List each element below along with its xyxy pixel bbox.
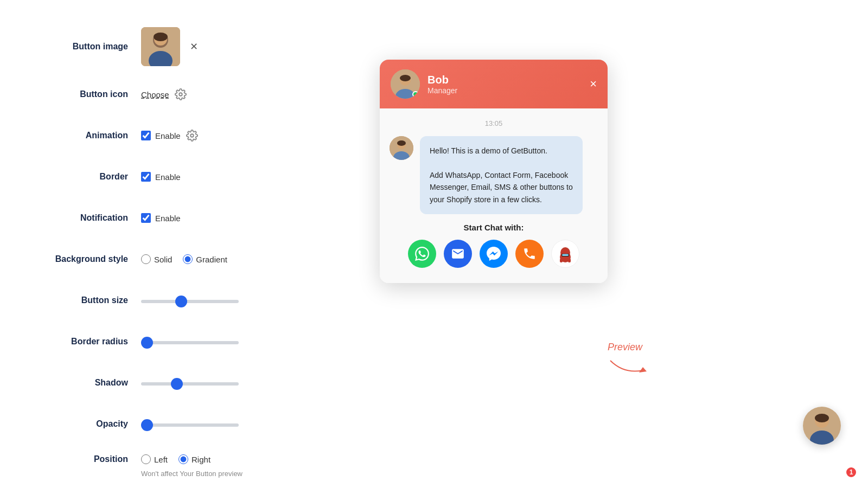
right-radio-wrapper: Right xyxy=(178,454,210,464)
button-icon-gear[interactable] xyxy=(175,88,187,100)
svg-point-4 xyxy=(154,33,168,41)
agent-name: Bob xyxy=(427,74,582,86)
svg-point-14 xyxy=(397,140,406,146)
border-radius-slider-wrapper xyxy=(141,337,239,346)
animation-enable-label: Enable xyxy=(155,131,181,140)
shadow-control xyxy=(141,378,239,388)
position-radio-group: Left Right xyxy=(141,454,210,464)
phone-icon xyxy=(522,247,537,261)
animation-row: Animation Enable xyxy=(22,123,358,149)
right-label: Right xyxy=(192,455,210,464)
button-image-row: Button image ✕ xyxy=(22,27,358,66)
border-radius-label: Border radius xyxy=(22,337,141,346)
animation-checkbox-wrapper: Enable xyxy=(141,131,181,140)
button-size-control xyxy=(141,296,239,305)
preview-arrow-icon xyxy=(608,355,651,377)
left-radio-wrapper: Left xyxy=(141,454,168,464)
chat-header: Bob Manager × xyxy=(380,60,608,108)
choose-icon-link[interactable]: Choose xyxy=(141,90,169,99)
svg-point-10 xyxy=(400,75,411,81)
border-control: Enable xyxy=(141,172,181,182)
shadow-label: Shadow xyxy=(22,378,141,388)
animation-gear[interactable] xyxy=(186,130,198,142)
opacity-slider-wrapper xyxy=(141,419,239,429)
button-size-slider[interactable] xyxy=(141,300,239,303)
chat-agent-avatar xyxy=(391,69,420,99)
game-icon xyxy=(556,244,575,264)
chat-timestamp: 13:05 xyxy=(390,119,598,127)
button-size-label: Button size xyxy=(22,296,141,305)
position-row: Position Left Right Won't affect Your Bu… xyxy=(22,452,358,478)
notification-row: Notification Enable xyxy=(22,205,358,231)
svg-rect-19 xyxy=(560,259,563,262)
left-label: Left xyxy=(154,455,168,464)
whatsapp-button[interactable] xyxy=(408,240,436,268)
opacity-slider[interactable] xyxy=(141,423,239,427)
animation-checkbox[interactable] xyxy=(141,131,151,140)
remove-image-button[interactable]: ✕ xyxy=(190,41,198,53)
opacity-control xyxy=(141,419,239,429)
notification-checkbox[interactable] xyxy=(141,213,151,223)
notification-checkbox-wrapper: Enable xyxy=(141,213,181,223)
notification-count: 1 xyxy=(850,468,853,476)
svg-point-6 xyxy=(190,134,194,137)
button-icon-row: Button icon Choose xyxy=(22,81,358,107)
shadow-row: Shadow xyxy=(22,370,358,396)
email-button[interactable] xyxy=(444,240,472,268)
border-radius-row: Border radius xyxy=(22,329,358,355)
preview-text: Preview xyxy=(608,342,642,352)
button-image-thumb[interactable] xyxy=(141,27,180,66)
chat-bubble: Hello! This is a demo of GetButton. Add … xyxy=(420,136,583,214)
notification-control: Enable xyxy=(141,213,181,223)
right-radio[interactable] xyxy=(178,454,188,464)
messenger-button[interactable] xyxy=(480,240,508,268)
gradient-radio-wrapper: Gradient xyxy=(183,254,227,264)
svg-point-5 xyxy=(179,93,182,96)
start-chat-label: Start Chat with: xyxy=(390,223,598,232)
chat-msg-avatar xyxy=(390,136,413,160)
border-label: Border xyxy=(22,172,141,182)
notification-enable-label: Enable xyxy=(155,214,181,223)
position-control: Left Right Won't affect Your Button prev… xyxy=(141,454,242,478)
left-radio[interactable] xyxy=(141,454,151,464)
animation-control: Enable xyxy=(141,130,198,142)
position-note: Won't affect Your Button preview xyxy=(141,470,242,478)
button-icon-control: Choose xyxy=(141,88,187,100)
messenger-icon xyxy=(487,247,501,261)
shadow-slider-wrapper xyxy=(141,378,239,388)
border-checkbox[interactable] xyxy=(141,172,151,182)
svg-rect-18 xyxy=(562,254,569,256)
gradient-radio[interactable] xyxy=(183,254,193,264)
whatsapp-icon xyxy=(415,247,429,261)
float-action-button[interactable] xyxy=(803,407,841,445)
settings-panel: Button image ✕ Button icon Choose xyxy=(0,16,380,488)
border-row: Border Enable xyxy=(22,164,358,190)
solid-radio-wrapper: Solid xyxy=(141,254,172,264)
button-icon-label: Button icon xyxy=(22,89,141,99)
game-button[interactable] xyxy=(551,240,579,268)
chat-message-row: Hello! This is a demo of GetButton. Add … xyxy=(390,136,598,214)
svg-rect-20 xyxy=(568,259,571,262)
border-enable-label: Enable xyxy=(155,172,181,182)
chat-msg-line1: Hello! This is a demo of GetButton. xyxy=(430,146,547,155)
chat-close-button[interactable]: × xyxy=(590,78,597,90)
person-image-icon xyxy=(141,27,180,66)
background-style-control: Solid Gradient xyxy=(141,254,227,264)
preview-label-area: Preview xyxy=(608,342,651,377)
chat-message-text: Hello! This is a demo of GetButton. Add … xyxy=(430,146,573,204)
position-label: Position xyxy=(22,454,141,464)
msg-avatar-image xyxy=(390,136,413,160)
shadow-slider[interactable] xyxy=(141,382,239,386)
agent-role: Manager xyxy=(427,86,582,95)
online-indicator xyxy=(412,91,419,98)
float-button-image xyxy=(803,407,841,445)
phone-button[interactable] xyxy=(515,240,544,268)
border-radius-slider[interactable] xyxy=(141,341,239,344)
chat-msg-line2: Add WhatsApp, Contact Form, Facebook Mes… xyxy=(430,171,573,204)
chat-buttons-row xyxy=(390,240,598,272)
opacity-row: Opacity xyxy=(22,411,358,437)
button-image-label: Button image xyxy=(22,42,141,52)
solid-radio[interactable] xyxy=(141,254,151,264)
background-style-row: Background style Solid Gradient xyxy=(22,246,358,272)
border-radius-control xyxy=(141,337,239,346)
